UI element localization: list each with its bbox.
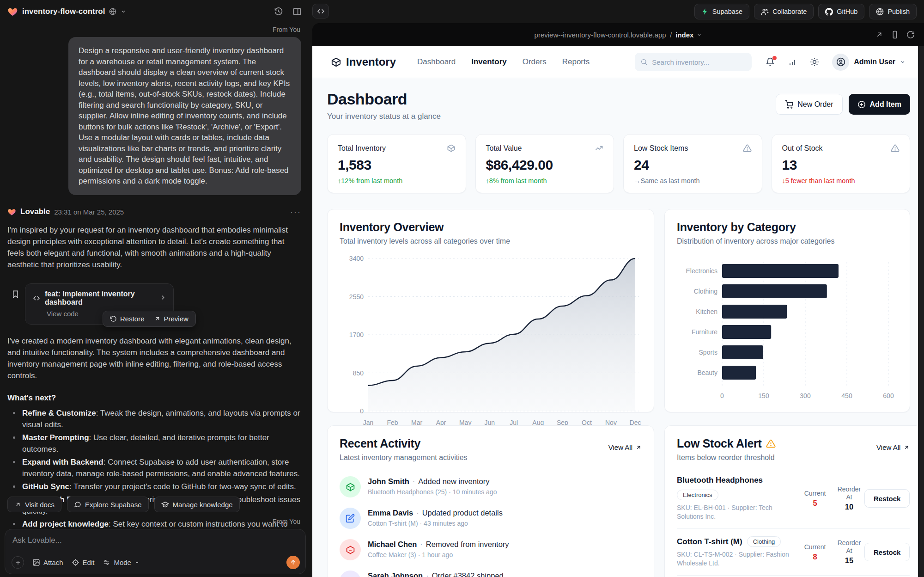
svg-text:Furniture: Furniture xyxy=(692,328,717,336)
kpi-card-total-value: Total Value $86,429.00 ↑8% from last mon… xyxy=(475,134,614,193)
assistant-summary: I've created a modern inventory dashboar… xyxy=(7,335,301,381)
activity-row: Sarah Johnson·Order #3842 shipped Desk L… xyxy=(340,565,642,577)
alert-triangle-icon xyxy=(743,144,752,153)
inventory-overview-card: Inventory Overview Total inventory level… xyxy=(327,209,654,412)
theme-toggle-sun-icon[interactable] xyxy=(810,57,819,67)
low-stock-row: Bluetooth HeadphonesElectronics SKU: EL-… xyxy=(677,468,910,529)
nav-link-reports[interactable]: Reports xyxy=(562,57,590,67)
github-button[interactable]: GitHub xyxy=(818,4,864,19)
section-subtitle: Latest inventory management activities xyxy=(340,454,468,462)
next-steps-list: Refine & Customize: Tweak the design, an… xyxy=(7,407,301,541)
svg-text:300: 300 xyxy=(800,392,811,399)
restock-button[interactable]: Restock xyxy=(864,489,910,508)
notifications-bell-icon[interactable] xyxy=(766,57,775,67)
builder-topbar: inventory-flow-control Supabase Collab xyxy=(0,0,924,23)
notification-dot xyxy=(772,56,777,60)
user-menu[interactable]: Admin User xyxy=(832,54,906,71)
refresh-icon[interactable] xyxy=(906,31,915,39)
svg-text:Kitchen: Kitchen xyxy=(696,308,717,315)
graduation-cap-icon xyxy=(161,501,169,509)
package-plus-icon xyxy=(340,476,361,497)
analytics-icon[interactable] xyxy=(788,57,797,67)
section-title: Recent Activity xyxy=(340,437,468,450)
cart-icon xyxy=(785,100,793,109)
view-all-link[interactable]: View All xyxy=(608,437,642,451)
search-box xyxy=(635,53,752,71)
preview-url[interactable]: preview--inventory-flow-control.lovable.… xyxy=(312,31,924,39)
chat-footer-buttons: Visit docs Explore Supabase Manage knowl… xyxy=(7,497,240,512)
section-title: Low Stock Alert xyxy=(677,437,762,450)
attach-button[interactable]: Attach xyxy=(32,559,63,566)
svg-text:3400: 3400 xyxy=(349,255,364,262)
new-order-button[interactable]: New Order xyxy=(776,94,842,115)
app-window: inventory-flow-control Supabase Collab xyxy=(0,0,924,577)
chat-input[interactable] xyxy=(12,536,298,552)
chart-subtitle: Distribution of inventory across major c… xyxy=(677,237,898,246)
chevron-down-icon xyxy=(134,560,140,565)
visit-docs-button[interactable]: Visit docs xyxy=(7,497,61,512)
restore-icon xyxy=(110,315,117,322)
commit-actions: Restore Preview xyxy=(103,311,196,327)
nav-link-orders[interactable]: Orders xyxy=(523,57,547,67)
open-external-icon[interactable] xyxy=(875,31,883,39)
svg-text:0: 0 xyxy=(360,407,364,415)
restore-button[interactable]: Restore xyxy=(110,315,145,323)
sidebar-toggle-icon[interactable] xyxy=(290,5,304,18)
search-input[interactable] xyxy=(652,58,746,66)
package-minus-icon xyxy=(340,539,361,560)
composer: Attach Edit Mode xyxy=(5,529,306,574)
search-icon xyxy=(640,58,648,66)
app-brand[interactable]: Inventory xyxy=(331,55,396,68)
list-item: Refine & Customize: Tweak the design, an… xyxy=(7,407,301,430)
code-view-toggle-button[interactable] xyxy=(312,4,329,18)
manage-knowledge-button[interactable]: Manage knowledge xyxy=(154,497,240,512)
commit-block: feat: Implement inventory dashboard View… xyxy=(7,283,301,328)
svg-text:600: 600 xyxy=(883,392,894,399)
publish-button[interactable]: Publish xyxy=(869,4,917,19)
message-menu-icon[interactable]: ··· xyxy=(290,207,301,217)
svg-text:850: 850 xyxy=(353,369,364,377)
mobile-view-icon[interactable] xyxy=(891,31,899,39)
add-item-button[interactable]: Add Item xyxy=(849,94,910,115)
collaborate-button[interactable]: Collaborate xyxy=(754,4,814,19)
restock-button[interactable]: Restock xyxy=(864,543,910,561)
edit-button[interactable]: Edit xyxy=(72,559,95,566)
commit-title: feat: Implement inventory dashboard xyxy=(45,290,155,307)
target-icon xyxy=(72,559,79,566)
page-subtitle: Your inventory status at a glance xyxy=(327,112,441,121)
svg-text:0: 0 xyxy=(720,392,724,399)
list-item: Expand with Backend: Connect Supabase to… xyxy=(7,456,301,479)
chart-subtitle: Total inventory levels across all catego… xyxy=(340,237,642,246)
mode-button[interactable]: Mode xyxy=(103,559,140,566)
inventory-by-category-bar-chart: 0150300450600ElectronicsClothingKitchenF… xyxy=(677,261,895,409)
trending-up-icon xyxy=(595,144,603,153)
category-badge: Electronics xyxy=(677,490,718,500)
nav-link-dashboard[interactable]: Dashboard xyxy=(417,57,456,67)
svg-text:Electronics: Electronics xyxy=(686,267,717,275)
assistant-name: Lovable xyxy=(20,207,50,216)
section-subtitle: Items below reorder threshold xyxy=(677,454,776,462)
plus-circle-icon xyxy=(857,100,866,109)
project-menu[interactable]: inventory-flow-control xyxy=(7,0,126,23)
avatar xyxy=(832,54,849,71)
kpi-row: Total Inventory 1,583 ↑12% from last mon… xyxy=(327,134,910,193)
history-icon[interactable] xyxy=(272,5,286,18)
preview-scrollbar-track[interactable] xyxy=(918,46,924,577)
add-button[interactable] xyxy=(12,556,24,569)
view-all-link[interactable]: View All xyxy=(876,437,910,451)
bookmark-icon[interactable] xyxy=(11,290,20,301)
nav-link-inventory[interactable]: Inventory xyxy=(471,57,507,67)
explore-supabase-button[interactable]: Explore Supabase xyxy=(67,497,149,512)
warning-icon xyxy=(766,439,776,448)
globe-icon xyxy=(109,8,116,15)
svg-text:Sports: Sports xyxy=(699,349,717,356)
preview-button[interactable]: Preview xyxy=(154,315,188,323)
arrow-up-right-icon xyxy=(903,444,910,451)
project-title: inventory-flow-control xyxy=(22,7,105,16)
preview-panel: preview--inventory-flow-control.lovable.… xyxy=(312,23,924,577)
send-button[interactable] xyxy=(286,556,300,569)
svg-text:450: 450 xyxy=(841,392,852,399)
supabase-button[interactable]: Supabase xyxy=(694,4,749,19)
preview-chrome: preview--inventory-flow-control.lovable.… xyxy=(312,23,924,46)
github-icon xyxy=(825,8,833,16)
